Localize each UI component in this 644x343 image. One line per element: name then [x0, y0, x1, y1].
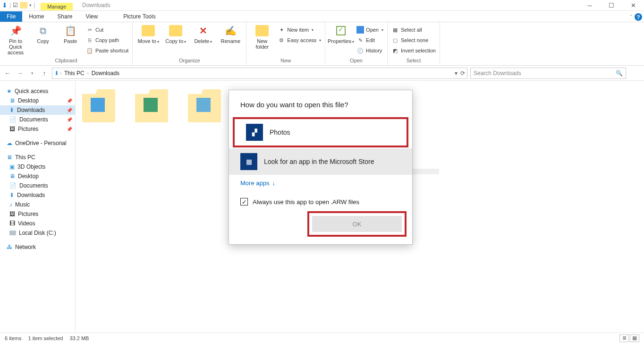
maximize-button[interactable]: ☐	[601, 0, 622, 10]
properties-button[interactable]: Properties▾	[329, 24, 353, 44]
sidebar-network[interactable]: 🖧Network	[0, 242, 75, 252]
help-icon[interactable]: ?	[635, 13, 642, 21]
chevron-down-icon: ▾	[319, 38, 321, 43]
tab-home[interactable]: Home	[22, 11, 51, 22]
folder-thumbnail[interactable]	[188, 89, 221, 122]
sidebar: ★Quick access 🖥Desktop📌 ⬇Downloads📌 📄Doc…	[0, 81, 76, 333]
view-details-button[interactable]: ≣	[619, 334, 629, 342]
breadcrumb-this-pc[interactable]: This PC	[62, 70, 86, 77]
pictures-icon: 🖼	[9, 126, 15, 132]
sidebar-pictures[interactable]: 🖼Pictures📌	[0, 124, 75, 134]
new-folder-button[interactable]: New folder	[250, 24, 274, 50]
nav-up-button[interactable]: ↑	[40, 69, 49, 77]
view-large-icons-button[interactable]: ▦	[630, 334, 639, 342]
sidebar-onedrive[interactable]: ☁OneDrive - Personal	[0, 138, 75, 148]
refresh-icon[interactable]: ⟳	[460, 70, 465, 77]
pictures-icon: 🖼	[9, 211, 15, 217]
pin-to-quick-access-button[interactable]: 📌 Pin to Quick access	[4, 24, 27, 55]
tab-picture-tools[interactable]: Picture Tools	[117, 11, 162, 22]
properties-icon	[334, 24, 347, 37]
edit-button[interactable]: ✎Edit	[356, 35, 383, 45]
tab-view[interactable]: View	[79, 11, 104, 22]
dialog-option-store[interactable]: ▦ Look for an app in the Microsoft Store	[229, 148, 412, 175]
invert-selection-button[interactable]: ◩Invert selection	[391, 46, 436, 55]
history-button[interactable]: 🕘History	[356, 46, 383, 55]
search-input[interactable]: Search Downloads 🔍	[470, 68, 626, 79]
address-bar[interactable]: ⬇ › This PC › Downloads ▾ ⟳	[52, 68, 467, 79]
close-button[interactable]: ✕	[622, 0, 644, 10]
tab-file[interactable]: File	[0, 11, 22, 22]
sidebar-downloads-pc[interactable]: ⬇Downloads	[0, 190, 75, 200]
sidebar-pictures-pc[interactable]: 🖼Pictures	[0, 209, 75, 219]
ribbon-collapse-icon[interactable]: ˆ	[630, 15, 632, 20]
delete-icon: ✕	[196, 24, 210, 37]
qat-check-icon[interactable]: ☑	[13, 2, 18, 9]
ribbon-group-new: New folder ✦New item▾ ⚙Easy access▾ New	[246, 22, 325, 65]
photos-app-icon: ▞	[246, 124, 263, 141]
sidebar-videos[interactable]: 🎞Videos	[0, 219, 75, 228]
move-to-button[interactable]: Move to▾	[136, 24, 160, 44]
checkbox-checked-icon[interactable]: ✓	[240, 198, 248, 206]
sidebar-local-disk[interactable]: Local Disk (C:)	[0, 228, 75, 238]
sidebar-desktop-pc[interactable]: 🖥Desktop	[0, 172, 75, 181]
select-all-button[interactable]: ▦Select all	[391, 25, 436, 34]
status-item-count: 6 items	[5, 335, 21, 341]
always-label: Always use this app to open .ARW files	[253, 198, 359, 206]
cut-button[interactable]: ✂Cut	[86, 25, 128, 34]
copy-label: Copy	[37, 38, 49, 44]
new-folder-icon	[255, 24, 269, 37]
sidebar-this-pc[interactable]: 🖥This PC	[0, 153, 75, 162]
nav-back-button[interactable]: ←	[3, 69, 12, 77]
disk-icon	[9, 231, 16, 235]
star-icon: ★	[7, 88, 12, 94]
dialog-option-photos[interactable]: ▞ Photos	[235, 119, 407, 146]
minimize-button[interactable]: ─	[579, 0, 601, 10]
chevron-down-icon: ▾	[157, 40, 159, 44]
tab-share[interactable]: Share	[51, 11, 79, 22]
open-button[interactable]: Open▾	[356, 25, 383, 34]
address-dropdown-icon[interactable]: ▾	[455, 70, 458, 77]
contextual-tab-manage[interactable]: Manage	[41, 3, 73, 10]
downloads-icon: ⬇	[9, 107, 14, 113]
copy-to-button[interactable]: Copy to▾	[164, 24, 187, 44]
sidebar-documents[interactable]: 📄Documents📌	[0, 115, 75, 124]
videos-icon: 🎞	[9, 220, 15, 227]
sidebar-downloads[interactable]: ⬇Downloads📌	[0, 105, 75, 115]
sidebar-desktop[interactable]: 🖥Desktop📌	[0, 96, 75, 105]
easy-access-button[interactable]: ⚙Easy access▾	[278, 35, 321, 45]
nav-forward-button[interactable]: →	[15, 69, 25, 77]
qat-sep2: |	[34, 2, 35, 9]
always-use-checkbox-row[interactable]: ✓ Always use this app to open .ARW files	[229, 191, 412, 208]
organize-group-label: Organize	[136, 58, 242, 64]
select-none-button[interactable]: ▢Select none	[391, 35, 436, 45]
sidebar-music[interactable]: ♪Music	[0, 200, 75, 209]
ok-button[interactable]: OK	[312, 216, 402, 232]
sidebar-documents-pc[interactable]: 📄Documents	[0, 181, 75, 190]
paste-button[interactable]: 📋 Paste	[59, 24, 82, 44]
folder-thumbnail[interactable]	[82, 89, 115, 122]
store-app-icon: ▦	[240, 153, 257, 170]
music-icon: ♪	[9, 201, 12, 208]
delete-button[interactable]: ✕ Delete▾	[191, 24, 215, 44]
sidebar-3d-objects[interactable]: ▣3D Objects	[0, 162, 75, 172]
paste-shortcut-button[interactable]: 📋Paste shortcut	[86, 46, 128, 55]
qat-folder-icon[interactable]	[20, 2, 27, 9]
chevron-down-icon: ▾	[184, 40, 186, 44]
new-item-button[interactable]: ✦New item▾	[278, 25, 321, 34]
nav-recent-dropdown[interactable]: ▾	[27, 71, 37, 76]
pin-icon: 📌	[67, 98, 72, 103]
copy-path-button[interactable]: ⎘Copy path	[86, 35, 128, 45]
ribbon-group-organize: Move to▾ Copy to▾ ✕ Delete▾ ✍ Rename Org…	[133, 22, 246, 65]
sidebar-quick-access[interactable]: ★Quick access	[0, 86, 75, 96]
folder-thumbnail[interactable]	[135, 89, 168, 122]
new-group-label: New	[250, 58, 321, 64]
quick-access-toolbar: ⬇ | ☑ ▾ |	[0, 1, 35, 9]
qat-dropdown-icon[interactable]: ▾	[29, 3, 32, 8]
rename-button[interactable]: ✍ Rename	[219, 24, 242, 44]
qat-down-arrow-icon[interactable]: ⬇	[2, 1, 8, 9]
edit-icon: ✎	[356, 37, 364, 43]
copy-button[interactable]: ⧉ Copy	[31, 24, 55, 44]
copy-path-icon: ⎘	[86, 37, 93, 43]
more-apps-link[interactable]: More apps ↓	[229, 175, 412, 191]
breadcrumb-downloads[interactable]: Downloads	[90, 70, 121, 77]
